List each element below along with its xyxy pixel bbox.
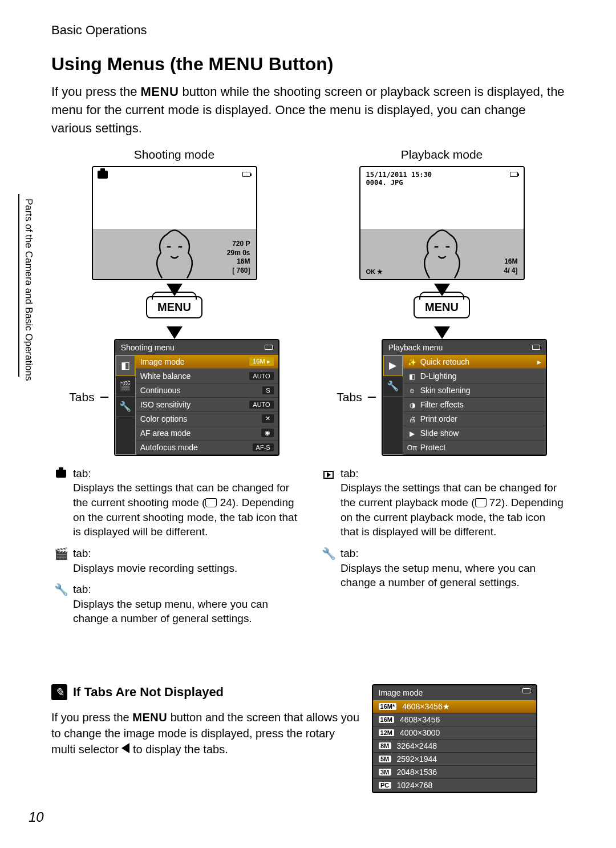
image-mode-value: 4608×3456★ xyxy=(402,702,449,711)
side-label-bar xyxy=(18,194,19,377)
arrow-down-icon xyxy=(167,326,183,339)
playback-menu-panel: Playback menu ▶ 🔧 ✨Quick retouch▸◧D-Ligh… xyxy=(382,339,547,456)
chevron-right-icon: ▸ xyxy=(537,357,541,366)
menu-item[interactable]: OπProtect xyxy=(403,441,546,455)
menu-item[interactable]: Image mode16M ▸ xyxy=(136,355,278,369)
menu-item[interactable]: ContinuousS xyxy=(136,383,278,398)
playback-column: Playback mode 15/11/2011 15:30 0004. JPG… xyxy=(319,148,565,633)
image-mode-value: 2048×1536 xyxy=(397,768,437,777)
battery-icon xyxy=(242,171,250,179)
tabs-label: Tabs xyxy=(69,390,94,404)
overlay-quality: 16M xyxy=(227,257,250,266)
menu-item[interactable]: ✨Quick retouch▸ xyxy=(403,355,546,369)
movie-tab-icon[interactable]: 🎬 xyxy=(116,376,135,397)
menu-item[interactable]: ▶Slide show xyxy=(403,426,546,441)
image-mode-value: 1024×768 xyxy=(397,781,433,790)
menu-item-icon: ▶ xyxy=(408,430,417,438)
menu-item-value: AUTO xyxy=(249,372,273,380)
menu-item-icon: ◑ xyxy=(408,401,417,409)
overlay-quality: 16M xyxy=(504,257,517,266)
menu-item-value: ✕ xyxy=(262,414,274,423)
menu-item-label: ◑Filter effects xyxy=(408,400,464,409)
shooting-column: Shooting mode 720 P 29m 0s 16M [ 760] ME… xyxy=(51,148,297,633)
menu-item[interactable]: ☺Skin softening xyxy=(403,383,546,398)
note-pencil-icon: ✎ xyxy=(51,684,67,700)
menu-item-value: ◉ xyxy=(261,429,274,437)
book-ref-icon xyxy=(205,498,217,507)
image-mode-row[interactable]: 16M4608×3456 xyxy=(373,713,536,726)
intro-before: If you press the xyxy=(51,84,141,99)
description-body: tab:Displays the settings that can be ch… xyxy=(73,466,297,539)
menu-item[interactable]: AF area mode◉ xyxy=(136,426,278,441)
image-mode-value: 4608×3456 xyxy=(400,715,440,724)
person-illustration-icon xyxy=(143,219,206,280)
playback-menu-tabs: ▶ 🔧 xyxy=(383,355,403,455)
menu-item-value: 16M ▸ xyxy=(249,357,273,366)
playback-tab-icon[interactable]: ▶ xyxy=(383,356,403,376)
playback-icon xyxy=(321,466,336,539)
shooting-menu-tabs: ◧ 🎬 🔧 xyxy=(115,355,136,455)
menu-item-label: 🖨Print order xyxy=(408,414,457,423)
setup-tab-icon[interactable]: 🔧 xyxy=(383,376,403,397)
image-mode-panel: Image mode 16M*4608×3456★16M4608×345612M… xyxy=(372,684,537,793)
overlay-date: 15/11/2011 15:30 xyxy=(366,171,432,179)
image-mode-row[interactable]: 12M4000×3000 xyxy=(373,726,536,740)
menu-item-value: S xyxy=(262,386,273,394)
shooting-overlay-info: 720 P 29m 0s 16M [ 760] xyxy=(227,240,250,275)
breadcrumb: Basic Operations xyxy=(51,23,565,38)
menu-physical-button: MENU xyxy=(146,296,202,318)
overlay-movie-icon: 720 P xyxy=(227,240,250,249)
overlay-file: 0004. JPG xyxy=(366,179,432,187)
menu-item[interactable]: ◑Filter effects xyxy=(403,398,546,412)
menu-item-icon: 🖨 xyxy=(408,415,417,423)
menu-item-value: AUTO xyxy=(249,401,273,409)
side-section-label: Parts of the Camera and Basic Operations xyxy=(23,199,34,381)
image-mode-value: 3264×2448 xyxy=(397,741,437,750)
description-body: tab:Displays the setup menu, where you c… xyxy=(73,582,297,626)
description-item: 🎬 tab:Displays movie recording settings. xyxy=(54,546,297,575)
movie-icon: 🎬 xyxy=(54,546,68,575)
menu-item-label: Autofocus mode xyxy=(140,443,198,452)
menu-item-icon: ◧ xyxy=(408,373,417,381)
menu-item-label: ISO sensitivity xyxy=(140,400,191,409)
setup-tab-icon[interactable]: 🔧 xyxy=(116,397,135,417)
menu-item-label: White balance xyxy=(140,371,191,381)
playback-lcd: 15/11/2011 15:30 0004. JPG 16M 4/ 4] OK … xyxy=(359,166,525,280)
description-item: tab:Displays the settings that can be ch… xyxy=(54,466,297,539)
left-arrow-icon xyxy=(121,743,129,753)
page-title: Using Menus (the MENU Button) xyxy=(51,54,565,75)
image-mode-badge: 16M* xyxy=(379,703,397,710)
image-mode-row[interactable]: 5M2592×1944 xyxy=(373,753,536,766)
shooting-menu-title: Shooting menu xyxy=(121,343,175,352)
menu-item[interactable]: Color options✕ xyxy=(136,412,278,426)
image-mode-row[interactable]: PC1024×768 xyxy=(373,779,536,792)
menu-item[interactable]: 🖨Print order xyxy=(403,412,546,426)
menu-item[interactable]: Autofocus modeAF-S xyxy=(136,441,278,455)
page-number: 10 xyxy=(29,809,44,825)
shooting-mode-label: Shooting mode xyxy=(51,148,297,161)
note-before: If you press the xyxy=(51,711,132,724)
menu-item[interactable]: ◧D-Lighting xyxy=(403,369,546,383)
description-item: tab:Displays the settings that can be ch… xyxy=(321,466,565,539)
overlay-time: 29m 0s xyxy=(227,249,250,258)
image-mode-row[interactable]: 16M*4608×3456★ xyxy=(373,700,536,713)
note-title: If Tabs Are Not Displayed xyxy=(73,685,224,700)
menu-item-label: OπProtect xyxy=(408,443,445,452)
playback-overlay-info: 16M 4/ 4] xyxy=(504,257,517,275)
menu-item-label: Image mode xyxy=(140,357,185,366)
camera-icon xyxy=(98,171,108,180)
description-body: tab:Displays the setup menu, where you c… xyxy=(341,546,565,590)
shooting-tab-icon[interactable]: ◧ xyxy=(116,356,135,376)
image-mode-row[interactable]: 3M2048×1536 xyxy=(373,766,536,779)
overlay-count: 4/ 4] xyxy=(504,266,517,276)
playback-menu-title: Playback menu xyxy=(388,343,443,352)
menu-item[interactable]: ISO sensitivityAUTO xyxy=(136,398,278,412)
overlay-ok-icon: OK ★ xyxy=(366,268,383,276)
note-after: to display the tabs. xyxy=(129,743,228,756)
image-mode-badge: 3M xyxy=(379,769,391,776)
playback-menu-items: ✨Quick retouch▸◧D-Lighting☺Skin softenin… xyxy=(403,355,546,455)
menu-item[interactable]: White balanceAUTO xyxy=(136,369,278,383)
description-body: tab:Displays movie recording settings. xyxy=(73,546,297,575)
image-mode-row[interactable]: 8M3264×2448 xyxy=(373,740,536,753)
menu-item-icon: ✨ xyxy=(408,358,417,366)
